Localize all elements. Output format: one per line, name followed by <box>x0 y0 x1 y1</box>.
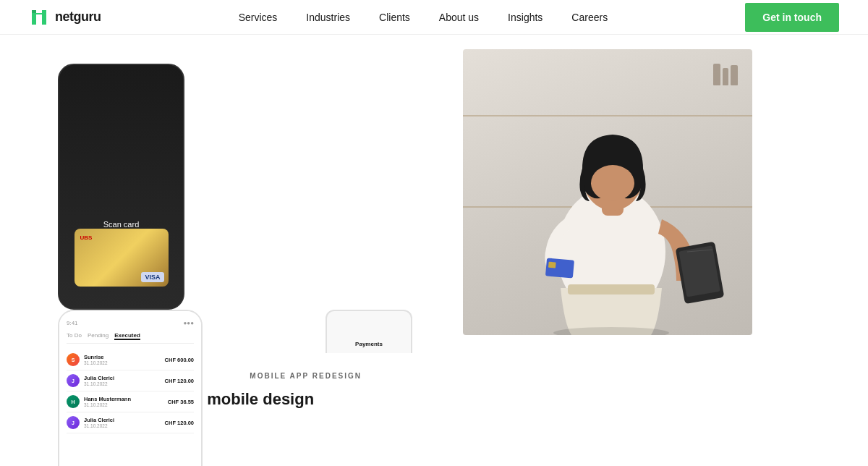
trans-name: Hans Mustermann <box>84 396 163 402</box>
tab-pending: Pending <box>88 332 109 340</box>
case-study-tag: MOBILE APP REDESIGN <box>250 372 362 380</box>
trans-date: 31.10.2022 <box>84 402 163 407</box>
trans-date: 31.10.2022 <box>84 360 161 365</box>
navbar: netguru Services Industries Clients Abou… <box>0 0 868 35</box>
nav-link-about-us[interactable]: About us <box>425 0 493 35</box>
nav-item-industries[interactable]: Industries <box>292 0 365 35</box>
person-illustration <box>463 49 752 335</box>
nav-link-careers[interactable]: Careers <box>557 0 622 35</box>
left-panel: Scan card UBS VISA 9:41 ●●● To Do <box>0 35 362 466</box>
ubs-card-label: UBS <box>80 234 93 241</box>
svg-rect-16 <box>545 258 574 278</box>
tab-executed: Executed <box>114 332 140 340</box>
trans-name: Julia Clerici <box>84 417 161 423</box>
scan-card-label: Scan card <box>103 177 140 229</box>
trans-amount: CHF 36.55 <box>168 399 194 405</box>
nav-link-services[interactable]: Services <box>224 0 292 35</box>
trans-name: Julia Clerici <box>84 375 161 381</box>
netguru-logo-icon <box>29 7 49 27</box>
nav-link-industries[interactable]: Industries <box>292 0 365 35</box>
phone-screen-1: Scan card UBS VISA <box>58 64 184 310</box>
nav-item-about-us[interactable]: About us <box>425 0 493 35</box>
table-row: J Julia Clerici 31.10.2022 CHF 120.00 <box>67 412 194 433</box>
nav-link-insights[interactable]: Insights <box>493 0 557 35</box>
hero-image <box>463 49 752 335</box>
get-in-touch-button[interactable]: Get in touch <box>745 3 839 32</box>
visa-label: VISA <box>141 272 163 282</box>
trans-name: Sunrise <box>84 354 161 360</box>
right-panel <box>362 35 868 466</box>
trans-date: 31.10.2022 <box>84 381 161 386</box>
phone-status-bar: 9:41 ●●● <box>67 320 194 326</box>
payments-label: Payments <box>355 341 383 347</box>
table-row: S Sunrise 31.10.2022 CHF 600.00 <box>67 350 194 370</box>
table-row: H Hans Mustermann 31.10.2022 CHF 36.55 <box>67 391 194 412</box>
nav-item-careers[interactable]: Careers <box>557 0 622 35</box>
trans-amount: CHF 600.00 <box>165 357 194 363</box>
logo[interactable]: netguru <box>29 7 101 27</box>
main-content: Scan card UBS VISA 9:41 ●●● To Do <box>0 35 868 466</box>
nav-item-clients[interactable]: Clients <box>365 0 425 35</box>
svg-point-12 <box>591 165 634 201</box>
phone-payments-fragment: Payments <box>326 310 412 353</box>
svg-rect-9 <box>568 284 655 295</box>
trans-date: 31.10.2022 <box>84 423 161 428</box>
svg-rect-17 <box>548 262 556 268</box>
trans-amount: CHF 120.00 <box>165 420 194 426</box>
brand-name: netguru <box>55 9 101 25</box>
phone-screen-2: 9:41 ●●● To Do Pending Executed S Sunris… <box>58 310 203 466</box>
avatar: J <box>67 374 80 387</box>
nav-item-services[interactable]: Services <box>224 0 292 35</box>
table-row: J Julia Clerici 31.10.2022 CHF 120.00 <box>67 370 194 391</box>
gold-credit-card: UBS VISA <box>75 229 169 287</box>
tab-todo: To Do <box>67 332 82 340</box>
transaction-tabs: To Do Pending Executed <box>67 332 194 344</box>
avatar: J <box>67 416 80 429</box>
phone-mockups: Scan card UBS VISA 9:41 ●●● To Do <box>58 64 362 353</box>
nav-links: Services Industries Clients About us Ins… <box>224 0 623 35</box>
trans-amount: CHF 120.00 <box>165 378 194 384</box>
nav-link-clients[interactable]: Clients <box>365 0 425 35</box>
avatar: H <box>67 395 80 408</box>
nav-item-insights[interactable]: Insights <box>493 0 557 35</box>
avatar: S <box>67 353 80 366</box>
